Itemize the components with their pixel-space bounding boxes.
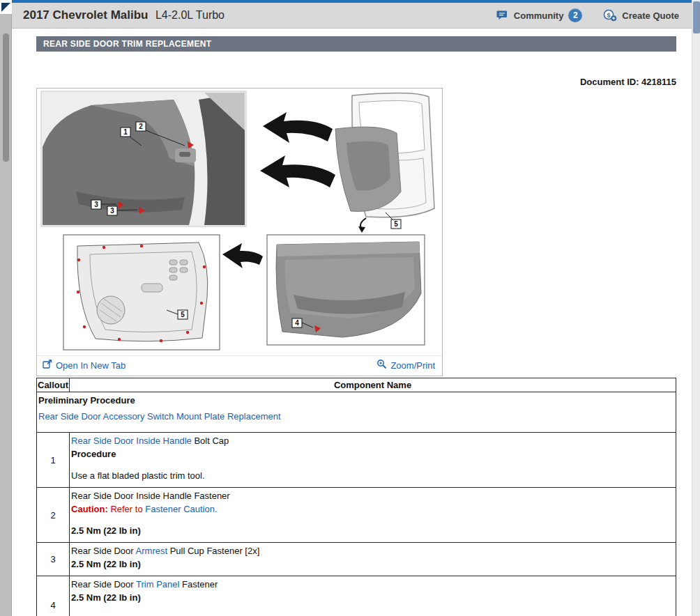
diagram-trim-front-view xyxy=(267,235,425,345)
component-cell: Rear Side Door Inside Handle Fastener Ca… xyxy=(70,488,676,543)
component-cell: Rear Side Door Inside Handle Bolt Cap Pr… xyxy=(70,433,676,488)
svg-text:3: 3 xyxy=(94,201,98,208)
community-chat-icon xyxy=(496,10,509,21)
create-quote-label: Create Quote xyxy=(622,10,679,21)
component-cell: Rear Side Door Trim Panel Fastener 2.5 N… xyxy=(70,576,676,616)
collapse-panel-icon[interactable] xyxy=(1,3,10,12)
inside-handle-link[interactable]: Rear Side Door Inside Handle xyxy=(71,436,192,446)
open-in-new-tab-link[interactable]: Open In New Tab xyxy=(43,360,125,371)
callout-table: Callout Component Name Preliminary Proce… xyxy=(36,378,676,616)
armrest-link[interactable]: Armrest xyxy=(136,546,168,556)
header-bar: 2017 Chevrolet Malibu L4-2.0L Turbo Comm… xyxy=(12,3,692,29)
community-label: Community xyxy=(514,10,564,21)
torque-spec: 2.5 Nm (22 lb in) xyxy=(71,524,673,537)
component-name-text: Rear Side Door xyxy=(71,546,136,556)
open-in-new-tab-label: Open In New Tab xyxy=(56,360,125,371)
callout-number: 2 xyxy=(37,488,70,543)
column-header-component: Component Name xyxy=(70,378,676,392)
figure-toolbar: Open In New Tab Zoom/Print xyxy=(37,355,442,376)
svg-text:$: $ xyxy=(607,12,611,19)
svg-text:5: 5 xyxy=(181,311,185,318)
zoom-print-link[interactable]: Zoom/Print xyxy=(376,359,435,371)
component-name-text: Pull Cup Fastener [2x] xyxy=(167,546,259,556)
table-row-callout-3: 3 Rear Side Door Armrest Pull Cup Fasten… xyxy=(37,543,676,576)
component-name-text: Bolt Cap xyxy=(192,436,229,446)
vehicle-engine: L4-2.0L Turbo xyxy=(155,9,225,21)
diagram-trim-back-view xyxy=(63,235,263,350)
component-cell: Rear Side Door Armrest Pull Cup Fastener… xyxy=(70,543,676,576)
column-header-callout: Callout xyxy=(37,378,70,392)
caution-line: Caution: Refer to Fastener Caution. xyxy=(71,502,673,516)
create-quote-button[interactable]: $ Create Quote xyxy=(603,9,679,22)
callout-number: 4 xyxy=(37,576,70,616)
caution-label: Caution: xyxy=(71,504,108,514)
table-row-callout-1: 1 Rear Side Door Inside Handle Bolt Cap … xyxy=(37,433,676,488)
table-row-callout-4: 4 Rear Side Door Trim Panel Fastener 2.5… xyxy=(37,576,676,616)
left-scrollbar-thumb[interactable] xyxy=(3,33,9,162)
scrollbar-thumb[interactable] xyxy=(693,1,700,33)
vehicle-name: 2017 Chevrolet Malibu xyxy=(23,8,149,22)
community-count-badge: 2 xyxy=(568,8,582,22)
component-name-line: Rear Side Door Inside Handle Bolt Cap xyxy=(71,434,673,447)
preliminary-procedure-title: Preliminary Procedure xyxy=(38,394,674,407)
external-link-icon xyxy=(43,360,52,371)
fastener-caution-link[interactable]: Fastener Caution. xyxy=(145,504,217,514)
preliminary-procedure-row: Preliminary Procedure Rear Side Door Acc… xyxy=(37,392,676,433)
caution-text: Refer to xyxy=(108,504,145,514)
figure-panel: 1 2 3 3 xyxy=(36,88,443,376)
torque-spec: 2.5 Nm (22 lb in) xyxy=(71,557,673,571)
diagram-removal-view xyxy=(260,93,434,233)
section-title: REAR SIDE DOOR TRIM REPLACEMENT xyxy=(43,39,211,49)
component-name-text: Rear Side Door Inside Handle Fastener xyxy=(71,489,673,502)
callout-number: 1 xyxy=(37,433,70,488)
svg-text:2: 2 xyxy=(139,123,143,130)
community-button[interactable]: Community 2 xyxy=(496,8,583,22)
vertical-scrollbar[interactable] xyxy=(692,0,700,616)
trim-panel-link[interactable]: Trim Panel xyxy=(136,579,179,590)
article-content: REAR SIDE DOOR TRIM REPLACEMENT Document… xyxy=(12,29,692,616)
zoom-print-label: Zoom/Print xyxy=(390,360,435,371)
procedure-note: Use a flat bladed plastic trim tool. xyxy=(71,469,673,482)
preliminary-procedure-link[interactable]: Rear Side Door Accessory Switch Mount Pl… xyxy=(38,410,281,423)
component-name-line: Rear Side Door Trim Panel Fastener xyxy=(71,578,673,591)
document-id: Document ID: 4218115 xyxy=(36,77,676,88)
door-trim-exploded-diagram: 1 2 3 3 xyxy=(37,88,442,355)
table-header-row: Callout Component Name xyxy=(37,378,676,392)
svg-text:4: 4 xyxy=(295,319,299,327)
create-quote-icon: $ xyxy=(603,9,617,22)
svg-text:5: 5 xyxy=(394,220,398,228)
diagram-handle-view xyxy=(41,91,246,226)
table-row-callout-2: 2 Rear Side Door Inside Handle Fastener … xyxy=(37,488,676,543)
section-title-bar: REAR SIDE DOOR TRIM REPLACEMENT xyxy=(36,36,676,52)
component-name-text: Fastener xyxy=(179,579,218,590)
component-name-line: Rear Side Door Armrest Pull Cup Fastener… xyxy=(71,544,673,557)
component-name-text: Rear Side Door xyxy=(71,579,136,590)
zoom-magnifier-icon xyxy=(376,359,387,371)
left-panel-strip xyxy=(0,0,12,616)
procedure-label: Procedure xyxy=(71,447,673,461)
header-actions: Community 2 $ Create Quote xyxy=(496,8,679,22)
callout-number: 3 xyxy=(37,543,70,576)
svg-text:3: 3 xyxy=(110,207,114,215)
torque-spec: 2.5 Nm (22 lb in) xyxy=(71,591,673,604)
vehicle-title: 2017 Chevrolet Malibu L4-2.0L Turbo xyxy=(23,8,225,22)
svg-text:1: 1 xyxy=(123,128,128,136)
